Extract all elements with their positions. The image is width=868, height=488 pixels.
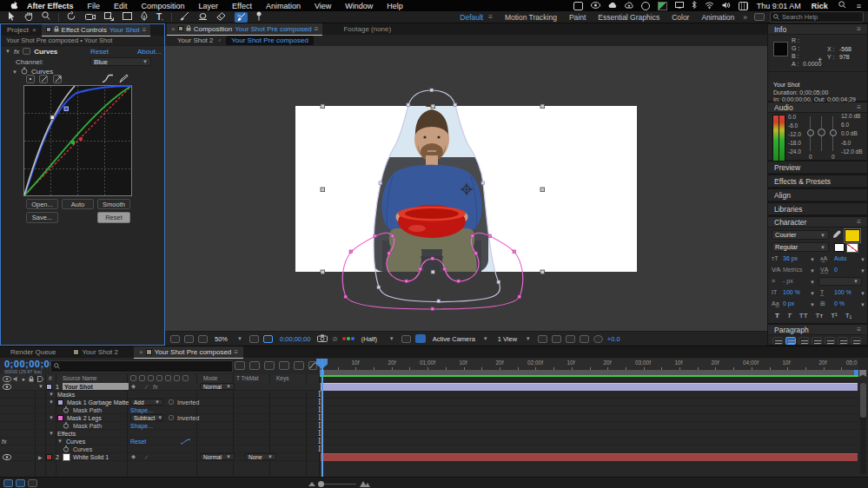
mask1-inverted-checkbox[interactable] xyxy=(169,399,174,406)
magnification-icon[interactable] xyxy=(184,335,194,343)
stroke-width-value[interactable]: - px xyxy=(783,278,793,284)
effect-reset-link[interactable]: Reset xyxy=(90,48,109,56)
fill-color-swatch[interactable] xyxy=(845,229,860,242)
show-snapshot-icon[interactable]: ⊘ xyxy=(332,335,337,343)
small-caps-button[interactable]: Tᴛ xyxy=(816,312,824,320)
channel-dropdown[interactable]: Blue ▼ xyxy=(90,57,151,66)
menu-app-name[interactable]: After Effects xyxy=(27,2,74,10)
twirl-down-icon[interactable]: ▼ xyxy=(12,69,17,75)
frame-blending-icon[interactable] xyxy=(279,361,289,370)
tab-your-shot-pre-composed[interactable]: × Your Shot Pre composed ≡ xyxy=(134,346,243,359)
panel-menu-icon[interactable]: ≡ xyxy=(857,326,861,333)
zoom-tool-icon[interactable] xyxy=(42,11,50,23)
subscript-button[interactable]: T₁ xyxy=(845,312,852,320)
curves-expand-icon[interactable] xyxy=(53,75,62,83)
menu-effect[interactable]: Effect xyxy=(232,2,252,10)
paragraph-panel-title[interactable]: Paragraph xyxy=(774,326,809,334)
exposure-reset-icon[interactable] xyxy=(593,335,603,343)
chevron-down-icon[interactable]: ▼ xyxy=(810,291,815,296)
volume-icon[interactable] xyxy=(722,2,731,10)
font-style-dropdown[interactable]: Regular▼ xyxy=(772,242,829,252)
clone-stamp-tool-icon[interactable] xyxy=(198,11,208,23)
zoom-in-mountain-icon[interactable] xyxy=(360,480,370,488)
layer-duration-bar[interactable] xyxy=(321,383,858,391)
align-right-button[interactable] xyxy=(798,337,809,345)
stopwatch-icon[interactable] xyxy=(63,406,70,413)
all-caps-button[interactable]: TT xyxy=(799,312,808,320)
chevron-down-icon[interactable]: ▼ xyxy=(810,257,815,262)
workspace-motion-tracking[interactable]: Motion Tracking xyxy=(505,13,557,22)
align-left-button[interactable] xyxy=(772,337,783,345)
expand-transfer-controls-icon[interactable] xyxy=(16,479,25,487)
effect-name[interactable]: Curves xyxy=(34,48,57,56)
curves-draw-pencil-icon[interactable] xyxy=(119,74,129,85)
solid-layer-name[interactable]: White Solid 1 xyxy=(73,453,109,460)
exposure-value[interactable]: +0.0 xyxy=(607,335,620,343)
stroke-color-swatch[interactable] xyxy=(834,243,845,252)
panel-menu-icon[interactable]: ≡ xyxy=(857,218,861,226)
vertical-scale-value[interactable]: 100 % xyxy=(783,289,800,295)
fx-switch-icon[interactable]: fx xyxy=(153,383,157,390)
twirl-down-icon[interactable]: ▼ xyxy=(49,399,54,406)
property-row-mask2-path[interactable]: Mask Path Shape... I xyxy=(0,422,868,430)
bluetooth-icon[interactable] xyxy=(692,1,697,10)
tab-your-shot-2[interactable]: Your Shot 2 xyxy=(73,348,118,356)
transparency-grid-icon[interactable] xyxy=(415,334,426,343)
breadcrumb-prev-comp[interactable]: Your Shot 2 xyxy=(177,36,214,44)
sync-settings-icon[interactable] xyxy=(754,13,765,21)
workspace-animation[interactable]: Animation xyxy=(701,13,734,22)
hand-tool-icon[interactable] xyxy=(24,11,33,23)
tab-composition[interactable]: × Composition Your Shot Pre composed ≡ xyxy=(167,23,322,36)
chevron-down-icon[interactable]: ▼ xyxy=(860,291,865,296)
align-center-button[interactable] xyxy=(785,337,796,345)
faux-italic-button[interactable]: T xyxy=(787,312,792,320)
chevron-down-icon[interactable]: ▼ xyxy=(810,302,815,307)
source-name-column-header[interactable]: Source Name xyxy=(63,375,97,381)
timeline-search-field[interactable] xyxy=(50,360,233,373)
mode-column-header[interactable]: Mode xyxy=(203,375,217,381)
workspace-essential-graphics[interactable]: Essential Graphics xyxy=(598,13,659,22)
character-panel-title[interactable]: Character xyxy=(774,218,806,227)
cloud-upload-icon[interactable] xyxy=(625,2,633,10)
breadcrumb-current-comp[interactable]: Your Shot Pre composed xyxy=(226,36,314,45)
twirl-down-icon[interactable]: ▼ xyxy=(49,414,54,421)
pen-tool-icon[interactable] xyxy=(141,11,148,23)
curves-bezier-icon[interactable] xyxy=(102,74,114,85)
curves-open-button[interactable]: Open... xyxy=(26,199,58,209)
expand-inout-controls-icon[interactable] xyxy=(28,479,37,487)
region-of-interest-icon[interactable] xyxy=(401,335,411,343)
flowchart-icon[interactable] xyxy=(580,335,589,343)
blend-mode-dropdown[interactable]: Normal▼ xyxy=(200,383,235,390)
chevron-down-icon[interactable]: ▼ xyxy=(810,268,815,274)
backup-icon[interactable] xyxy=(641,2,650,10)
curves-reset-link[interactable]: Reset xyxy=(130,438,146,445)
hide-shy-layers-icon[interactable] xyxy=(264,361,275,370)
mask-path-shape-link[interactable]: Shape... xyxy=(130,406,153,413)
panel-menu-icon[interactable]: ≡ xyxy=(315,25,319,33)
effects-switch-icon[interactable]: ∕ xyxy=(146,383,147,390)
workspace-paint[interactable]: Paint xyxy=(569,13,586,22)
trkmat-dropdown[interactable]: None▼ xyxy=(245,453,276,460)
apple-menu-icon[interactable] xyxy=(10,1,18,11)
menubar-clock[interactable]: Thu 9:01 AM xyxy=(757,2,801,10)
align-panel-header[interactable]: Align xyxy=(768,189,867,201)
panel-menu-icon[interactable]: ≡ xyxy=(234,348,238,356)
curves-point-mode-icon[interactable] xyxy=(26,75,35,83)
preview-panel-header[interactable]: Preview xyxy=(768,162,867,174)
menu-layer[interactable]: Layer xyxy=(199,2,219,10)
view-layout-dropdown[interactable]: 1 View▼ xyxy=(495,334,533,344)
composition-mini-flowchart-icon[interactable] xyxy=(235,361,245,370)
no-stroke-swatch[interactable] xyxy=(846,243,858,253)
airplay-icon[interactable] xyxy=(675,2,684,10)
tab-close-icon[interactable]: × xyxy=(171,25,176,33)
snapshot-show-icon[interactable] xyxy=(198,335,208,343)
twirl-down-icon[interactable]: ▼ xyxy=(49,391,54,398)
brush-tool-icon[interactable] xyxy=(180,11,189,23)
info-panel-title[interactable]: Info xyxy=(774,25,786,34)
property-row-curves-value[interactable]: Curves I xyxy=(0,445,868,453)
twirl-down-icon[interactable]: ▼ xyxy=(5,49,10,54)
audio-knob-left[interactable] xyxy=(807,129,814,136)
search-help-field[interactable]: Search Help xyxy=(770,11,864,23)
mask1-color-chip[interactable] xyxy=(57,399,63,406)
draft-3d-icon[interactable] xyxy=(249,361,260,370)
